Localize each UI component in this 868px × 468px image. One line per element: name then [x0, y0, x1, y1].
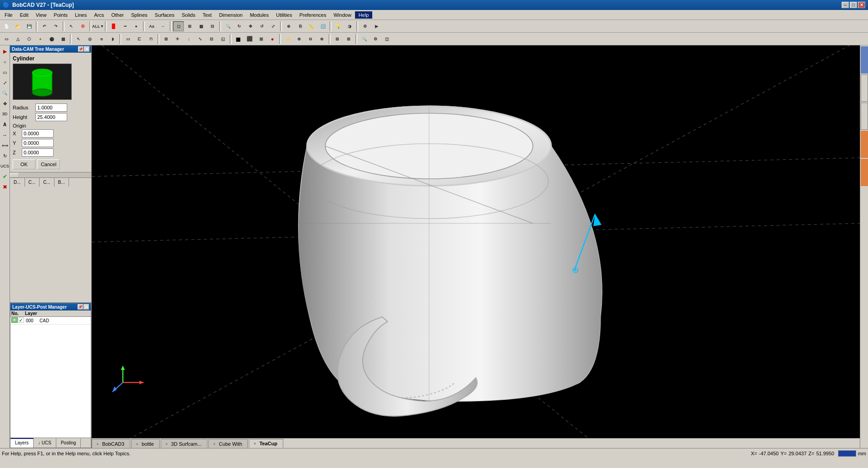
ok-button[interactable]: OK [13, 159, 35, 169]
menu-solids[interactable]: Solids [178, 11, 199, 19]
save-button[interactable]: 💾 [24, 21, 35, 31]
tb2-6[interactable]: ▦ [58, 34, 69, 44]
lt-zoom[interactable]: 🔍 [0, 88, 10, 98]
lt-ucs[interactable]: UCS [0, 161, 10, 171]
tb2-4[interactable]: ● [35, 34, 46, 44]
view-btn-3[interactable]: ▦ [196, 21, 207, 31]
menu-help[interactable]: Help [355, 11, 373, 19]
post-btn[interactable]: ▶ [371, 21, 382, 31]
menu-dimension[interactable]: Dimension [215, 11, 246, 19]
menu-view[interactable]: View [32, 11, 50, 19]
select-button[interactable]: ↖ [66, 21, 77, 31]
layer-check-icon[interactable]: ✓ [19, 317, 24, 324]
tb2-10[interactable]: ◗ [107, 34, 118, 44]
tab-cubewith[interactable]: ● Cube With [208, 439, 248, 448]
shade-btn[interactable]: ◑ [344, 21, 355, 31]
snap-button[interactable]: ⊕ [77, 21, 88, 31]
tab-teacup[interactable]: ● TeaCup [249, 439, 283, 448]
tb2-13[interactable]: ⊓ [145, 34, 156, 44]
layer-eye-icon[interactable]: 👁 [11, 317, 18, 324]
font-btn[interactable]: Aa [146, 21, 157, 31]
point-btn[interactable]: ● [131, 21, 142, 31]
tb2-12[interactable]: ⊏ [134, 34, 145, 44]
tb2-misc2[interactable]: ⚙ [370, 34, 381, 44]
lt-text[interactable]: A [0, 119, 10, 129]
y-input[interactable] [22, 139, 54, 147]
calc-btn[interactable]: 🔢 [317, 21, 328, 31]
lt-red[interactable]: ✖ [0, 182, 10, 192]
menu-preferences[interactable]: Preferences [296, 11, 330, 19]
menu-text[interactable]: Text [199, 11, 215, 19]
scrollbar-thumb-h[interactable] [10, 173, 19, 177]
menu-surfaces[interactable]: Surfaces [151, 11, 178, 19]
tb2-5[interactable]: ⬤ [46, 34, 57, 44]
snap2-btn[interactable]: ⊕ [283, 21, 294, 31]
pan-btn[interactable]: ✥ [245, 21, 256, 31]
fit-btn[interactable]: ⤢ [268, 21, 279, 31]
tab-3dsurfcam[interactable]: ● 3D Surfcam... [161, 439, 207, 448]
layer-pin-btn[interactable]: 📌 [78, 304, 83, 310]
tb2-arr1[interactable]: ⊞ [332, 34, 343, 44]
tb2-8[interactable]: ◎ [84, 34, 95, 44]
open-button[interactable]: 📂 [12, 21, 23, 31]
tab-c2[interactable]: C... [39, 178, 54, 187]
redo-button[interactable]: ↷ [50, 21, 61, 31]
tab-c1[interactable]: C... [25, 178, 40, 187]
color-btn[interactable]: █ [108, 21, 119, 31]
close-button[interactable]: ✕ [858, 2, 865, 8]
menu-arcs[interactable]: Arcs [90, 11, 108, 19]
right-tab-1[interactable] [861, 46, 868, 74]
tb2-op4[interactable]: ⊗ [316, 34, 327, 44]
radius-input[interactable] [35, 103, 67, 112]
maximize-button[interactable]: □ [850, 2, 857, 8]
magnify-btn[interactable]: 🔍 [222, 21, 233, 31]
view-btn-4[interactable]: ⊟ [207, 21, 218, 31]
lt-rect[interactable]: ▭ [0, 67, 10, 77]
tab-d[interactable]: D... [10, 178, 25, 187]
tb2-1[interactable]: ▭ [1, 34, 12, 44]
tree-close-btn[interactable]: ✕ [84, 46, 89, 52]
tb2-solid1[interactable]: ◼ [233, 34, 244, 44]
tab-bottle[interactable]: ● bottle [131, 439, 160, 448]
new-button[interactable]: 📄 [1, 21, 12, 31]
tb2-17[interactable]: ⤡ [195, 34, 206, 44]
tb2-15[interactable]: ✛ [172, 34, 183, 44]
tb2-arr2[interactable]: ⊞ [343, 34, 354, 44]
menu-file[interactable]: File [1, 11, 16, 19]
lt-green[interactable]: ✔ [0, 172, 10, 182]
tab-ucs[interactable]: ↓ UCS [34, 438, 56, 448]
tb2-16[interactable]: ↕ [183, 34, 194, 44]
menu-splines[interactable]: Splines [128, 11, 151, 19]
tb2-11[interactable]: ▭ [123, 34, 133, 44]
lt-select[interactable]: ▶ [0, 46, 10, 56]
tb2-3[interactable]: ⬡ [24, 34, 35, 44]
tb2-18[interactable]: ⊟ [206, 34, 217, 44]
rotate-btn[interactable]: ↻ [234, 21, 245, 31]
lt-circle[interactable]: ○ [0, 57, 10, 67]
menu-modules[interactable]: Modules [246, 11, 272, 19]
menu-lines[interactable]: Lines [71, 11, 90, 19]
menu-edit[interactable]: Edit [16, 11, 32, 19]
cam-btn[interactable]: ⚙ [360, 21, 370, 31]
tb2-op3[interactable]: ⊖ [305, 34, 316, 44]
right-tab-2[interactable] [861, 74, 868, 102]
layer-row-0[interactable]: 👁 ✓ 000 CAD [10, 317, 91, 325]
lt-dim[interactable]: ↔ [0, 130, 10, 140]
copy-btn[interactable]: ⎘ [295, 21, 306, 31]
line-btn[interactable]: ━ [119, 21, 130, 31]
minimize-button[interactable]: ─ [842, 2, 849, 8]
tab-layers[interactable]: Layers [10, 438, 34, 448]
lt-rotate[interactable]: ↻ [0, 151, 10, 161]
tab-posting[interactable]: Posting [56, 438, 81, 448]
tb2-misc1[interactable]: 🔍 [359, 34, 370, 44]
z-input[interactable] [22, 148, 54, 157]
right-tab-5[interactable] [861, 159, 868, 186]
lt-3d[interactable]: 3D [0, 109, 10, 119]
tb2-misc3[interactable]: ◫ [381, 34, 392, 44]
tb2-14[interactable]: ⊞ [161, 34, 172, 44]
right-tab-4[interactable] [861, 131, 868, 158]
layer-close-btn[interactable]: ✕ [84, 304, 89, 310]
tb2-solid2[interactable]: ⬛ [244, 34, 255, 44]
tab-b[interactable]: B... [54, 178, 69, 187]
tree-scrollbar-h[interactable] [10, 172, 91, 177]
